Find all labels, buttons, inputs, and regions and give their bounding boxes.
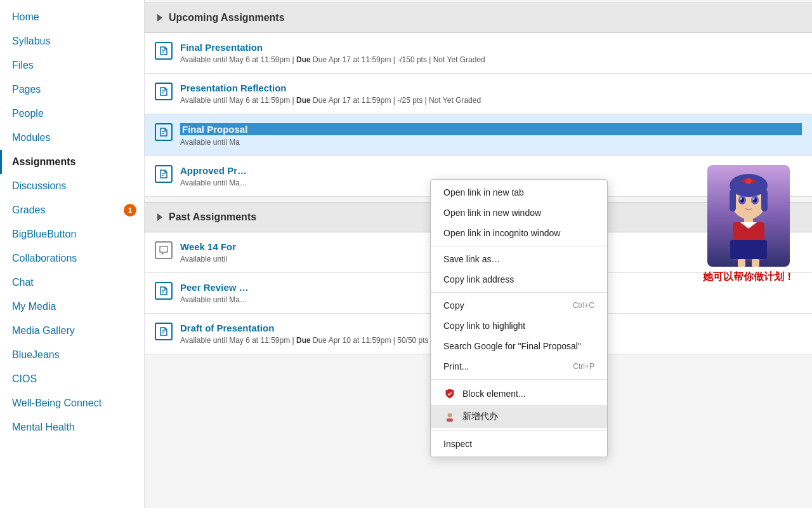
assignment-icon-final-presentation — [155, 42, 173, 60]
sidebar-item-mental-health[interactable]: Mental Health — [0, 415, 144, 439]
delegate-icon — [443, 410, 456, 423]
sidebar-item-syllabus[interactable]: Syllabus — [0, 29, 144, 53]
sidebar-item-modules[interactable]: Modules — [0, 126, 144, 150]
menu-item-label: Copy link to highlight — [443, 321, 525, 331]
character-image — [707, 165, 790, 267]
sidebar-item-bluejeans[interactable]: BlueJeans — [0, 343, 144, 367]
shield-icon — [443, 387, 456, 400]
assignment-meta-final-presentation: Available until May 6 at 11:59pm | Due D… — [180, 55, 802, 64]
character-caption: 她可以帮你做计划！ — [703, 271, 794, 284]
assignment-icon-draft-presentation — [155, 323, 173, 340]
assignment-icon-week-14 — [155, 241, 173, 259]
menu-separator-1 — [431, 246, 607, 246]
sidebar-item-home[interactable]: Home — [0, 5, 144, 29]
sidebar-item-assignments[interactable]: Assignments — [0, 150, 144, 174]
sidebar-item-bigbluebutton[interactable]: BigBlueButton — [0, 222, 144, 246]
context-menu-item-copy-highlight[interactable]: Copy link to highlight — [431, 316, 607, 336]
past-collapse-triangle — [157, 213, 162, 221]
context-menu-item-print[interactable]: Print...Ctrl+P — [431, 356, 607, 377]
menu-item-label: Open link in new tab — [443, 187, 524, 197]
menu-separator-4 — [431, 431, 607, 431]
svg-point-20 — [745, 178, 752, 184]
menu-item-label: Search Google for "Final Proposal" — [443, 341, 581, 351]
svg-rect-27 — [730, 240, 767, 259]
upcoming-section-header[interactable]: Upcoming Assignments — [145, 3, 812, 33]
assignment-row-presentation-reflection[interactable]: Presentation ReflectionAvailable until M… — [145, 74, 812, 114]
assignment-icon-approved-pr — [155, 165, 173, 183]
assignment-icon-peer-review — [155, 282, 173, 300]
assignment-title-final-proposal[interactable]: Final Proposal — [180, 123, 802, 135]
character-popup: 她可以帮你做计划！ — [685, 165, 812, 284]
assignment-title-final-presentation[interactable]: Final Presentation — [180, 42, 802, 53]
menu-separator-3 — [431, 379, 607, 380]
context-menu-item-copy[interactable]: CopyCtrl+C — [431, 295, 607, 316]
svg-point-12 — [448, 413, 452, 418]
context-menu-item-open-new-window[interactable]: Open link in new window — [431, 203, 607, 223]
sidebar-item-my-media[interactable]: My Media — [0, 295, 144, 319]
menu-item-label: Save link as… — [443, 254, 500, 264]
sidebar-item-well-being-connect[interactable]: Well-Being Connect — [0, 391, 144, 415]
upcoming-section-label: Upcoming Assignments — [169, 12, 285, 23]
menu-item-label: Block element... — [462, 389, 526, 399]
assignment-info-presentation-reflection: Presentation ReflectionAvailable until M… — [180, 83, 802, 105]
character-svg — [707, 165, 790, 267]
assignment-icon-presentation-reflection — [155, 83, 173, 100]
context-menu-item-block-element[interactable]: Block element... — [431, 382, 607, 405]
sidebar: HomeSyllabusFilesPagesPeopleModulesAssig… — [0, 0, 145, 508]
svg-rect-29 — [752, 259, 759, 267]
context-menu-item-add-delegate[interactable]: 新增代办 — [431, 405, 607, 428]
menu-item-label: Open link in new window — [443, 208, 541, 218]
sidebar-badge-grades: 1 — [124, 204, 136, 217]
svg-rect-28 — [738, 259, 745, 267]
context-menu-item-open-new-tab[interactable]: Open link in new tab — [431, 182, 607, 203]
assignment-info-final-presentation: Final PresentationAvailable until May 6 … — [180, 42, 802, 64]
menu-separator-2 — [431, 292, 607, 293]
context-menu: Open link in new tabOpen link in new win… — [430, 179, 608, 457]
menu-item-shortcut: Ctrl+P — [573, 362, 594, 371]
assignment-meta-final-proposal: Available until Ma — [180, 138, 802, 147]
menu-item-label: Copy link address — [443, 274, 514, 284]
sidebar-item-collaborations[interactable]: Collaborations — [0, 246, 144, 271]
sidebar-item-discussions[interactable]: Discussions — [0, 174, 144, 198]
svg-point-26 — [753, 198, 755, 200]
context-menu-item-search-google[interactable]: Search Google for "Final Proposal" — [431, 336, 607, 356]
past-section-label: Past Assignments — [169, 211, 256, 223]
sidebar-item-people[interactable]: People — [0, 102, 144, 126]
menu-item-label: Print... — [443, 361, 469, 371]
menu-item-shortcut: Ctrl+C — [573, 301, 594, 310]
sidebar-item-pages[interactable]: Pages — [0, 77, 144, 102]
main-content: Upcoming Assignments Final PresentationA… — [145, 0, 812, 508]
sidebar-item-chat[interactable]: Chat — [0, 271, 144, 295]
sidebar-item-cios[interactable]: CIOS — [0, 367, 144, 391]
sidebar-item-files[interactable]: Files — [0, 53, 144, 77]
assignment-row-final-proposal[interactable]: Final ProposalAvailable until Ma — [145, 114, 812, 156]
context-menu-item-save-link[interactable]: Save link as… — [431, 249, 607, 269]
menu-item-label: 新增代办 — [462, 411, 498, 422]
menu-item-label: Copy — [443, 300, 464, 311]
assignment-info-final-proposal: Final ProposalAvailable until Ma — [180, 123, 802, 147]
assignment-title-presentation-reflection[interactable]: Presentation Reflection — [180, 83, 802, 93]
collapse-triangle — [157, 14, 162, 22]
context-menu-item-inspect[interactable]: Inspect — [431, 434, 607, 454]
assignment-row-final-presentation[interactable]: Final PresentationAvailable until May 6 … — [145, 33, 812, 74]
context-menu-item-copy-link[interactable]: Copy link address — [431, 269, 607, 290]
sidebar-item-media-gallery[interactable]: Media Gallery — [0, 319, 144, 343]
svg-rect-13 — [447, 418, 453, 422]
assignment-icon-final-proposal — [155, 123, 173, 141]
context-menu-item-open-incognito[interactable]: Open link in incognito window — [431, 223, 607, 243]
menu-item-label: Open link in incognito window — [443, 228, 560, 238]
assignment-meta-presentation-reflection: Available until May 6 at 11:59pm | Due D… — [180, 96, 802, 105]
svg-point-25 — [740, 198, 742, 200]
sidebar-item-grades[interactable]: Grades1 — [0, 198, 144, 222]
